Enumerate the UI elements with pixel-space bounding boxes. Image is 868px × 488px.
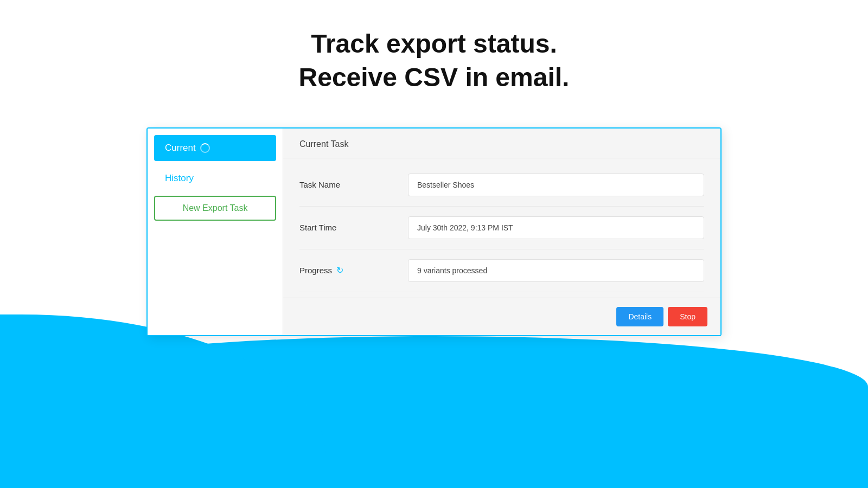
details-button[interactable]: Details xyxy=(616,307,663,326)
progress-value: 9 variants processed xyxy=(408,259,704,282)
field-row-task-name: Task Name Bestseller Shoes xyxy=(299,164,704,207)
current-label: Current xyxy=(165,143,196,153)
sidebar-item-history[interactable]: History xyxy=(154,165,276,191)
main-footer: Details Stop xyxy=(283,298,720,335)
main-content: Current Task Task Name Bestseller Shoes … xyxy=(283,129,720,335)
refresh-icon: ↻ xyxy=(336,265,343,275)
new-export-task-button[interactable]: New Export Task xyxy=(154,196,276,221)
loading-spinner-icon xyxy=(200,143,210,153)
section-title-text: Current Task xyxy=(299,139,348,149)
history-label: History xyxy=(165,173,194,183)
header-line1: Track export status. xyxy=(311,29,557,58)
sidebar: Current History New Export Task xyxy=(148,129,283,335)
progress-label: Progress ↻ xyxy=(299,265,408,275)
page-header: Track export status. Receive CSV in emai… xyxy=(0,0,868,95)
field-row-start-time: Start Time July 30th 2022, 9:13 PM IST xyxy=(299,207,704,249)
stop-button[interactable]: Stop xyxy=(668,307,707,326)
field-row-progress: Progress ↻ 9 variants processed xyxy=(299,249,704,292)
page-title: Track export status. Receive CSV in emai… xyxy=(0,27,868,95)
sidebar-item-current[interactable]: Current xyxy=(154,135,276,161)
main-card: Current History New Export Task Current … xyxy=(146,127,722,336)
section-title: Current Task xyxy=(283,129,720,158)
start-time-value: July 30th 2022, 9:13 PM IST xyxy=(408,216,704,239)
task-name-value: Bestseller Shoes xyxy=(408,174,704,196)
start-time-label: Start Time xyxy=(299,223,408,232)
task-name-label: Task Name xyxy=(299,180,408,189)
fields-area: Task Name Bestseller Shoes Start Time Ju… xyxy=(283,158,720,298)
card-wrapper: Current History New Export Task Current … xyxy=(0,127,868,336)
header-line2: Receive CSV in email. xyxy=(299,63,570,92)
